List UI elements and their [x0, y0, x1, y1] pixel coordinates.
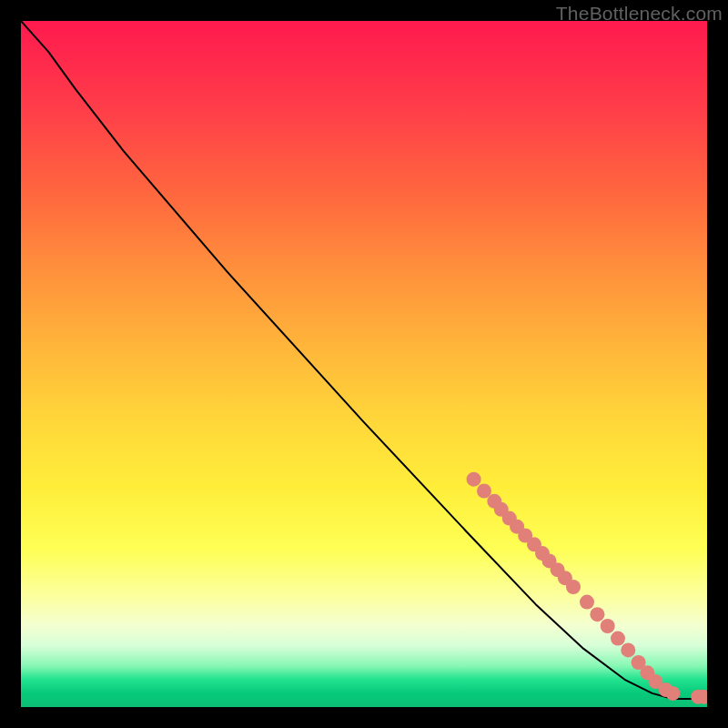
- chart-markers: [467, 472, 707, 704]
- chart-line: [21, 21, 707, 699]
- chart-plot: [21, 21, 707, 707]
- chart-marker: [467, 472, 481, 487]
- chart-marker: [611, 632, 625, 646]
- chart-marker: [566, 580, 581, 594]
- chart-marker: [621, 642, 635, 657]
- chart-marker: [590, 607, 604, 622]
- chart-marker: [580, 595, 594, 610]
- chart-marker: [477, 484, 491, 499]
- chart-marker: [665, 686, 680, 701]
- chart-marker: [601, 619, 615, 633]
